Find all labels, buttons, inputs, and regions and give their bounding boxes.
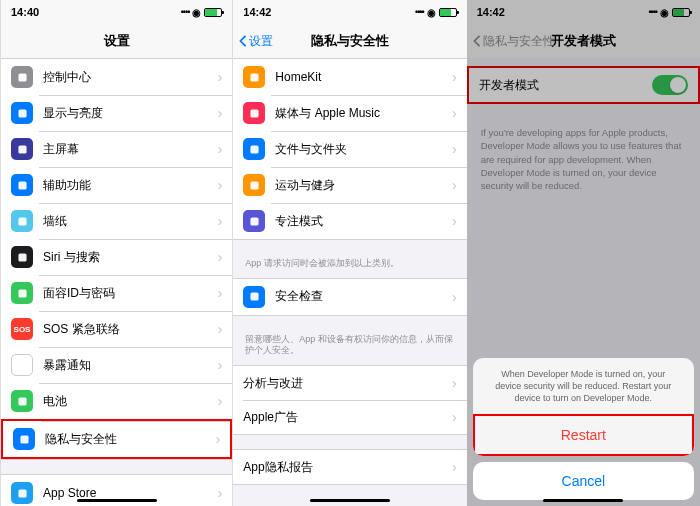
chevron-right-icon: ›	[218, 285, 223, 301]
row-icon	[11, 102, 33, 124]
cancel-button[interactable]: Cancel	[473, 462, 694, 500]
back-button[interactable]: 设置	[239, 33, 273, 50]
svg-rect-10	[18, 489, 26, 497]
settings-row[interactable]: 面容ID与密码›	[1, 275, 232, 311]
row-icon	[11, 354, 33, 376]
settings-row[interactable]: 媒体与 Apple Music›	[233, 95, 466, 131]
chevron-right-icon: ›	[218, 249, 223, 265]
chevron-right-icon: ›	[218, 393, 223, 409]
svg-rect-7	[18, 361, 26, 369]
row-icon	[11, 482, 33, 504]
signal-icon: ••••	[415, 7, 424, 17]
chevron-right-icon: ›	[218, 485, 223, 501]
settings-row[interactable]: 墙纸›	[1, 203, 232, 239]
row-icon	[11, 210, 33, 232]
settings-row[interactable]: 隐私与安全性›	[1, 419, 232, 459]
page-title: 隐私与安全性	[311, 32, 389, 50]
time: 14:40	[11, 6, 39, 18]
settings-row[interactable]: 安全检查›	[233, 279, 466, 315]
chevron-right-icon: ›	[452, 289, 457, 305]
screen-settings: 14:40 •••• ◉ 设置 控制中心›显示与亮度›主屏幕›辅助功能›墙纸›S…	[0, 0, 233, 506]
row-label: 墙纸	[43, 213, 218, 230]
wifi-icon: ◉	[192, 7, 201, 18]
settings-row[interactable]: 电池›	[1, 383, 232, 419]
home-indicator[interactable]	[310, 499, 390, 502]
row-label: 专注模式	[275, 213, 452, 230]
settings-row[interactable]: App隐私报告›	[233, 450, 466, 484]
row-icon	[11, 138, 33, 160]
chevron-right-icon: ›	[452, 213, 457, 229]
time: 14:42	[243, 6, 271, 18]
action-sheet: When Developer Mode is turned on, your d…	[467, 352, 700, 506]
page-title: 设置	[104, 32, 130, 50]
settings-row[interactable]: 运动与健身›	[233, 167, 466, 203]
row-label: 媒体与 Apple Music	[275, 105, 452, 122]
row-icon	[243, 174, 265, 196]
row-label: App隐私报告	[243, 459, 452, 476]
action-sheet-overlay[interactable]: When Developer Mode is turned on, your d…	[467, 0, 700, 506]
signal-icon: ••••	[181, 7, 190, 17]
row-icon	[11, 174, 33, 196]
svg-rect-15	[250, 145, 258, 153]
row-label: 辅助功能	[43, 177, 218, 194]
row-label: 控制中心	[43, 69, 218, 86]
svg-rect-2	[18, 145, 26, 153]
settings-row[interactable]: 显示与亮度›	[1, 95, 232, 131]
settings-row[interactable]: SOSSOS 紧急联络›	[1, 311, 232, 347]
chevron-right-icon: ›	[218, 321, 223, 337]
chevron-right-icon: ›	[452, 177, 457, 193]
svg-rect-1	[18, 109, 26, 117]
row-icon	[11, 66, 33, 88]
row-label: 面容ID与密码	[43, 285, 218, 302]
home-indicator[interactable]	[543, 499, 623, 502]
settings-row[interactable]: 文件与文件夹›	[233, 131, 466, 167]
svg-rect-4	[18, 217, 26, 225]
row-label: 显示与亮度	[43, 105, 218, 122]
row-label: 分析与改进	[243, 375, 452, 392]
settings-row[interactable]: 主屏幕›	[1, 131, 232, 167]
row-label: 电池	[43, 393, 218, 410]
svg-rect-3	[18, 181, 26, 189]
chevron-right-icon: ›	[452, 141, 457, 157]
chevron-right-icon: ›	[218, 105, 223, 121]
row-icon	[243, 210, 265, 232]
svg-rect-18	[250, 293, 258, 301]
row-label: 隐私与安全性	[45, 431, 216, 448]
chevron-right-icon: ›	[218, 141, 223, 157]
nav-header: 设置 隐私与安全性	[233, 24, 466, 58]
chevron-right-icon: ›	[216, 431, 221, 447]
settings-row[interactable]: 控制中心›	[1, 59, 232, 95]
row-label: Siri 与搜索	[43, 249, 218, 266]
row-icon	[11, 246, 33, 268]
svg-rect-8	[18, 397, 26, 405]
restart-button[interactable]: Restart	[473, 414, 694, 456]
svg-rect-17	[250, 217, 258, 225]
chevron-right-icon: ›	[218, 177, 223, 193]
chevron-right-icon: ›	[218, 69, 223, 85]
row-label: App Store	[43, 486, 218, 500]
row-label: 文件与文件夹	[275, 141, 452, 158]
chevron-right-icon: ›	[452, 409, 457, 425]
row-icon	[243, 286, 265, 308]
row-label: Apple广告	[243, 409, 452, 426]
battery-icon	[439, 8, 457, 17]
settings-row[interactable]: 专注模式›	[233, 203, 466, 239]
row-icon	[243, 138, 265, 160]
settings-row[interactable]: Apple广告›	[233, 400, 466, 434]
settings-row[interactable]: HomeKit›	[233, 59, 466, 95]
row-label: 暴露通知	[43, 357, 218, 374]
row-label: 安全检查	[275, 288, 452, 305]
settings-row[interactable]: 暴露通知›	[1, 347, 232, 383]
row-icon	[243, 66, 265, 88]
home-indicator[interactable]	[77, 499, 157, 502]
battery-icon	[204, 8, 222, 17]
row-icon	[11, 390, 33, 412]
svg-rect-0	[18, 73, 26, 81]
settings-row[interactable]: Siri 与搜索›	[1, 239, 232, 275]
chevron-right-icon: ›	[452, 105, 457, 121]
caption: App 请求访问时会被添加到以上类别。	[233, 254, 466, 278]
settings-row[interactable]: 分析与改进›	[233, 366, 466, 400]
screen-privacy: 14:42 •••• ◉ 设置 隐私与安全性 HomeKit›媒体与 Apple…	[233, 0, 466, 506]
chevron-right-icon: ›	[452, 69, 457, 85]
settings-row[interactable]: 辅助功能›	[1, 167, 232, 203]
